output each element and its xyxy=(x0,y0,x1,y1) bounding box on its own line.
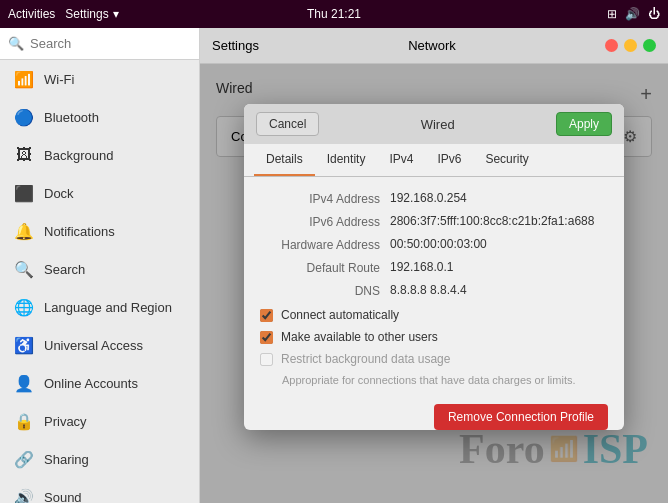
universal-access-icon: ♿ xyxy=(14,335,34,355)
main-window: 🔍 📶 Wi-Fi 🔵 Bluetooth 🖼 Background ⬛ Doc… xyxy=(0,28,668,503)
dialog-titlebar: Cancel Wired Apply xyxy=(244,104,624,144)
ipv4-row: IPv4 Address 192.168.0.254 xyxy=(260,191,608,206)
restrict-bg-label: Restrict background data usage xyxy=(281,352,450,366)
sidebar-item-label: Wi-Fi xyxy=(44,72,74,87)
sidebar-search-container: 🔍 xyxy=(0,28,199,60)
sound-icon: 🔊 xyxy=(14,487,34,503)
tab-details[interactable]: Details xyxy=(254,144,315,176)
wired-dialog: Cancel Wired Apply Details Identity IPv4… xyxy=(244,104,624,430)
auto-connect-checkbox[interactable] xyxy=(260,309,273,322)
settings-menu-label: Settings xyxy=(65,7,108,21)
dns-label: DNS xyxy=(260,283,390,298)
ipv4-label: IPv4 Address xyxy=(260,191,390,206)
sidebar-item-label: Sound xyxy=(44,490,82,504)
time-display: Thu 21:21 xyxy=(307,7,361,21)
sidebar-item-sound[interactable]: 🔊 Sound xyxy=(0,478,199,503)
search-icon: 🔍 xyxy=(8,36,24,51)
dialog-overlay: Cancel Wired Apply Details Identity IPv4… xyxy=(200,64,668,503)
sidebar-item-online-accounts[interactable]: 👤 Online Accounts xyxy=(0,364,199,402)
available-users-row: Make available to other users xyxy=(260,330,608,344)
ipv6-row: IPv6 Address 2806:3f7:5fff:100:8cc8:c21b… xyxy=(260,214,608,229)
minimize-button[interactable] xyxy=(624,39,637,52)
sidebar-item-dock[interactable]: ⬛ Dock xyxy=(0,174,199,212)
wifi-icon: 📶 xyxy=(14,69,34,89)
main-content: Settings Network Wired + Connected ON ⚙ xyxy=(200,28,668,503)
sidebar-item-label: Background xyxy=(44,148,113,163)
hardware-label: Hardware Address xyxy=(260,237,390,252)
sidebar-item-background[interactable]: 🖼 Background xyxy=(0,136,199,174)
ipv4-value: 192.168.0.254 xyxy=(390,191,467,205)
network-status-icon: ⊞ xyxy=(607,7,617,21)
settings-menu[interactable]: Settings ▾ xyxy=(65,7,118,21)
sidebar-item-label: Bluetooth xyxy=(44,110,99,125)
tab-ipv6[interactable]: IPv6 xyxy=(425,144,473,176)
dialog-tabs: Details Identity IPv4 IPv6 Security xyxy=(244,144,624,177)
hardware-row: Hardware Address 00:50:00:00:03:00 xyxy=(260,237,608,252)
sidebar-item-sharing[interactable]: 🔗 Sharing xyxy=(0,440,199,478)
dns-row: DNS 8.8.8.8 8.8.4.4 xyxy=(260,283,608,298)
hardware-value: 00:50:00:00:03:00 xyxy=(390,237,487,251)
tab-ipv4[interactable]: IPv4 xyxy=(377,144,425,176)
sidebar-item-label: Privacy xyxy=(44,414,87,429)
sidebar-item-label: Online Accounts xyxy=(44,376,138,391)
dialog-title: Wired xyxy=(319,117,556,132)
search-input[interactable] xyxy=(30,36,191,51)
sidebar-item-universal-access[interactable]: ♿ Universal Access xyxy=(0,326,199,364)
close-button[interactable] xyxy=(605,39,618,52)
sidebar-item-privacy[interactable]: 🔒 Privacy xyxy=(0,402,199,440)
volume-icon: 🔊 xyxy=(625,7,640,21)
restrict-bg-hint: Appropriate for connections that have da… xyxy=(282,374,608,386)
sidebar-item-search[interactable]: 🔍 Search xyxy=(0,250,199,288)
power-icon: ⏻ xyxy=(648,7,660,21)
titlebar-title: Settings xyxy=(212,38,259,53)
activities-button[interactable]: Activities xyxy=(8,7,55,21)
dialog-cancel-button[interactable]: Cancel xyxy=(256,112,319,136)
background-icon: 🖼 xyxy=(14,145,34,165)
bluetooth-icon: 🔵 xyxy=(14,107,34,127)
sidebar-item-label: Universal Access xyxy=(44,338,143,353)
dialog-body: IPv4 Address 192.168.0.254 IPv6 Address … xyxy=(244,177,624,408)
restrict-bg-checkbox xyxy=(260,353,273,366)
content-area: Wired + Connected ON ⚙ Foro 📶 ISP xyxy=(200,64,668,503)
default-route-value: 192.168.0.1 xyxy=(390,260,453,274)
ipv6-label: IPv6 Address xyxy=(260,214,390,229)
dock-icon: ⬛ xyxy=(14,183,34,203)
sharing-icon: 🔗 xyxy=(14,449,34,469)
sidebar-item-label: Notifications xyxy=(44,224,115,239)
sidebar-item-label: Sharing xyxy=(44,452,89,467)
sidebar-item-label: Search xyxy=(44,262,85,277)
online-accounts-icon: 👤 xyxy=(14,373,34,393)
sidebar-item-label: Language and Region xyxy=(44,300,172,315)
top-bar: Activities Settings ▾ Thu 21:21 ⊞ 🔊 ⏻ xyxy=(0,0,668,28)
dialog-apply-button[interactable]: Apply xyxy=(556,112,612,136)
available-users-label: Make available to other users xyxy=(281,330,438,344)
ipv6-value: 2806:3f7:5fff:100:8cc8:c21b:2fa1:a688 xyxy=(390,214,594,228)
language-icon: 🌐 xyxy=(14,297,34,317)
settings-menu-arrow: ▾ xyxy=(113,7,119,21)
default-route-row: Default Route 192.168.0.1 xyxy=(260,260,608,275)
restrict-bg-row: Restrict background data usage xyxy=(260,352,608,366)
tab-identity[interactable]: Identity xyxy=(315,144,378,176)
remove-connection-button[interactable]: Remove Connection Profile xyxy=(434,404,608,430)
sidebar-item-language[interactable]: 🌐 Language and Region xyxy=(0,288,199,326)
auto-connect-label: Connect automatically xyxy=(281,308,399,322)
notifications-icon: 🔔 xyxy=(14,221,34,241)
auto-connect-row: Connect automatically xyxy=(260,308,608,322)
sidebar-item-bluetooth[interactable]: 🔵 Bluetooth xyxy=(0,98,199,136)
sidebar: 🔍 📶 Wi-Fi 🔵 Bluetooth 🖼 Background ⬛ Doc… xyxy=(0,28,200,503)
window-controls xyxy=(605,39,656,52)
network-section-title: Network xyxy=(408,38,456,53)
window-titlebar: Settings Network xyxy=(200,28,668,64)
sidebar-item-label: Dock xyxy=(44,186,74,201)
maximize-button[interactable] xyxy=(643,39,656,52)
tab-security[interactable]: Security xyxy=(473,144,540,176)
sidebar-item-notifications[interactable]: 🔔 Notifications xyxy=(0,212,199,250)
search-sidebar-icon: 🔍 xyxy=(14,259,34,279)
privacy-icon: 🔒 xyxy=(14,411,34,431)
dns-value: 8.8.8.8 8.8.4.4 xyxy=(390,283,467,297)
default-route-label: Default Route xyxy=(260,260,390,275)
available-users-checkbox[interactable] xyxy=(260,331,273,344)
sidebar-item-wifi[interactable]: 📶 Wi-Fi xyxy=(0,60,199,98)
